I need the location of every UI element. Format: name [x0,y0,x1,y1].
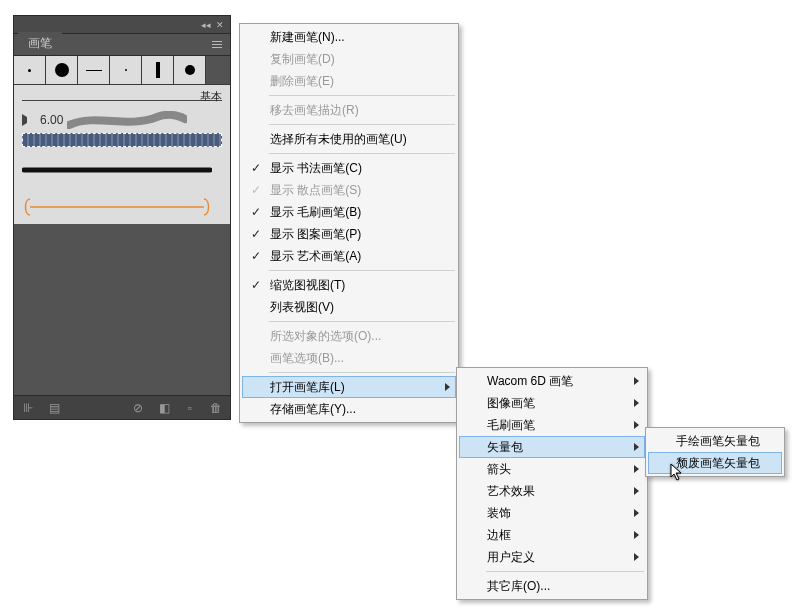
menu-item-label: 用户定义 [487,549,535,566]
lib-menu-item[interactable]: Wacom 6D 画笔 [459,370,645,392]
submenu-arrow-icon [634,509,639,517]
menu-separator [269,124,455,125]
menu-item-label: 显示 书法画笔(C) [270,160,362,177]
options-icon[interactable]: ◧ [156,400,172,416]
vec-menu-item[interactable]: 颓废画笔矢量包 [648,452,782,474]
submenu-arrow-icon [634,487,639,495]
lib-menu-item[interactable]: 用户定义 [459,546,645,568]
menu-separator [269,270,455,271]
check-icon: ✓ [249,279,262,292]
menu-item-label: 其它库(O)... [487,578,550,595]
main-menu-item[interactable]: 显示 艺术画笔(A)✓ [242,245,456,267]
main-menu-item: 画笔选项(B)... [242,347,456,369]
menu-item-label: 手绘画笔矢量包 [676,433,760,450]
menu-separator [269,321,455,322]
panel-menu-icon[interactable] [208,36,226,52]
check-icon: ✓ [249,228,262,241]
brush-swatch[interactable] [78,56,110,84]
menu-item-label: 艺术效果 [487,483,535,500]
libraries-icon[interactable]: ▤ [46,400,62,416]
brush-swatch[interactable] [46,56,78,84]
main-menu-item: 移去画笔描边(R) [242,99,456,121]
menu-separator [269,153,455,154]
menu-item-label: 打开画笔库(L) [270,379,345,396]
panel-bottom-bar: ⊪ ▤ ⊘ ◧ ▫ 🗑 [14,395,230,419]
stroke-sample[interactable] [22,133,222,147]
main-menu-item[interactable]: 显示 毛刷画笔(B)✓ [242,201,456,223]
menu-separator [269,372,455,373]
context-menu: 新建画笔(N)...复制画笔(D)删除画笔(E)移去画笔描边(R)选择所有未使用… [239,23,459,423]
main-menu-item[interactable]: 显示 图案画笔(P)✓ [242,223,456,245]
speaker-icon [22,114,36,126]
menu-item-label: 矢量包 [487,439,523,456]
lib-menu-item[interactable]: 图像画笔 [459,392,645,414]
menu-item-label: 存储画笔库(Y)... [270,401,356,418]
check-icon: ✓ [249,162,262,175]
main-menu-item[interactable]: 新建画笔(N)... [242,26,456,48]
main-menu-item: 复制画笔(D) [242,48,456,70]
lib-menu-item[interactable]: 毛刷画笔 [459,414,645,436]
main-menu-item[interactable]: 打开画笔库(L) [242,376,456,398]
main-menu-item[interactable]: 选择所有未使用的画笔(U) [242,128,456,150]
check-icon: ✓ [249,250,262,263]
menu-item-label: 选择所有未使用的画笔(U) [270,131,407,148]
main-menu-item[interactable]: 缩览图视图(T)✓ [242,274,456,296]
check-icon: ✓ [249,184,262,197]
stroke-list [22,133,222,215]
stroke-preview [67,111,187,129]
tab-brushes[interactable]: 画笔 [18,32,62,55]
menu-item-label: 图像画笔 [487,395,535,412]
close-icon[interactable]: ✕ [214,19,226,31]
brush-swatch[interactable] [174,56,206,84]
lib-menu-item[interactable]: 边框 [459,524,645,546]
submenu-arrow-icon [634,531,639,539]
main-menu-item[interactable]: 存储画笔库(Y)... [242,398,456,420]
submenu-arrow-icon [634,553,639,561]
lib-menu-item[interactable]: 矢量包 [459,436,645,458]
stroke-sample[interactable] [22,197,222,215]
submenu-arrow-icon [634,399,639,407]
main-menu-item: 显示 散点画笔(S)✓ [242,179,456,201]
submenu-arrow-icon [634,443,639,451]
lib-menu-item[interactable]: 箭头 [459,458,645,480]
brush-swatch[interactable] [142,56,174,84]
submenu-arrow-icon [634,465,639,473]
menu-item-label: 新建画笔(N)... [270,29,345,46]
menu-item-label: 边框 [487,527,511,544]
new-brush-icon[interactable]: ▫ [182,400,198,416]
menu-item-label: 显示 毛刷画笔(B) [270,204,361,221]
stroke-sample[interactable] [22,163,222,181]
check-icon: ✓ [249,206,262,219]
main-menu-item: 所选对象的选项(O)... [242,325,456,347]
menu-item-label: Wacom 6D 画笔 [487,373,573,390]
brush-swatch-row [14,56,230,85]
remove-stroke-icon[interactable]: ⊘ [130,400,146,416]
lib-menu-item[interactable]: 艺术效果 [459,480,645,502]
menu-item-label: 箭头 [487,461,511,478]
menu-item-label: 复制画笔(D) [270,51,335,68]
menu-item-label: 缩览图视图(T) [270,277,345,294]
menu-item-label: 所选对象的选项(O)... [270,328,381,345]
menu-item-label: 装饰 [487,505,511,522]
menu-item-label: 列表视图(V) [270,299,334,316]
main-menu-item[interactable]: 列表视图(V) [242,296,456,318]
brush-swatch[interactable] [14,56,46,84]
delete-icon[interactable]: 🗑 [208,400,224,416]
lib-menu-item[interactable]: 其它库(O)... [459,575,645,597]
library-icon[interactable]: ⊪ [20,400,36,416]
main-menu-item[interactable]: 显示 书法画笔(C)✓ [242,157,456,179]
brush-preview-area: 基本 6.00 [14,85,230,224]
menu-item-label: 显示 图案画笔(P) [270,226,361,243]
brush-swatch[interactable] [110,56,142,84]
menu-item-label: 颓废画笔矢量包 [676,455,760,472]
collapse-icon[interactable]: ◂◂ [200,19,212,31]
menu-separator [269,95,455,96]
submenu-brush-library: Wacom 6D 画笔图像画笔毛刷画笔矢量包箭头艺术效果装饰边框用户定义其它库(… [456,367,648,600]
menu-item-label: 删除画笔(E) [270,73,334,90]
lib-menu-item[interactable]: 装饰 [459,502,645,524]
vec-menu-item[interactable]: 手绘画笔矢量包 [648,430,782,452]
brush-size-value: 6.00 [40,113,63,127]
submenu-arrow-icon [634,421,639,429]
submenu-vector-pack: 手绘画笔矢量包颓废画笔矢量包 [645,427,785,477]
menu-item-label: 显示 艺术画笔(A) [270,248,361,265]
